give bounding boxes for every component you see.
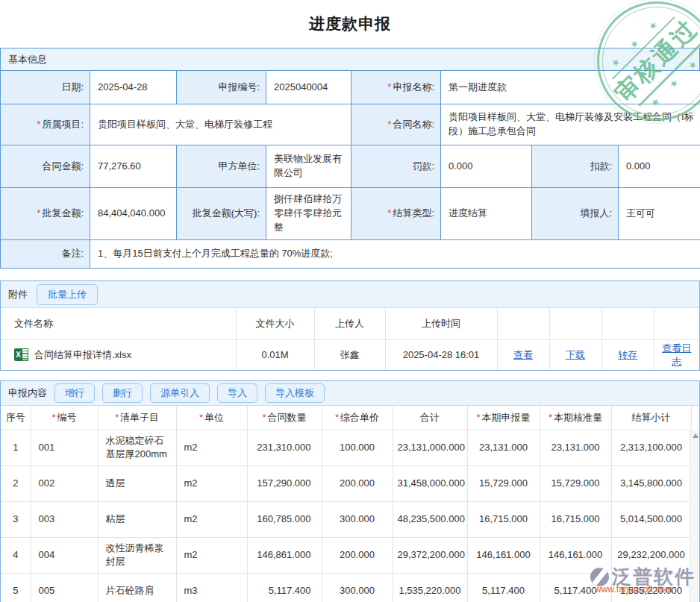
- decl-no-value: 2025040004: [266, 71, 351, 104]
- column-header-action: [549, 308, 601, 339]
- required-marker: *: [262, 412, 266, 423]
- deduction-value: 0.000: [619, 145, 700, 188]
- required-marker: *: [335, 412, 339, 423]
- project-value: 贵阳项目样板间、大堂、电梯厅装修工程: [90, 104, 351, 145]
- approved-caps-label: 批复金额(大写):: [177, 188, 266, 240]
- contract-amount-label: 合同金额:: [1, 145, 90, 188]
- column-header: *综合单价: [322, 406, 393, 430]
- cell: 5: [1, 573, 31, 602]
- table-row: 4004改性沥青稀浆封层m2146,861.000200.00029,372,2…: [1, 537, 691, 573]
- cell: 23,131,000.000: [393, 430, 467, 465]
- column-header: *单位: [176, 406, 247, 430]
- column-header: *合同数量: [247, 406, 322, 430]
- column-header-file-size: 文件大小: [236, 308, 314, 339]
- cell: 200.000: [322, 465, 393, 501]
- cell: m2: [176, 501, 247, 537]
- transfer-link[interactable]: 转存: [618, 349, 637, 360]
- file-name-cell: X 合同结算申报详情.xlsx: [1, 339, 236, 370]
- column-header-action: [654, 308, 699, 339]
- file-upload-time: 2025-04-28 16:01: [385, 339, 497, 370]
- view-link[interactable]: 查看: [513, 349, 533, 360]
- declaration-table: 序号*编号*清单子目*单位*合同数量*综合单价合计*本期申报量*本期核准量结算小…: [1, 406, 692, 602]
- declaration-section: 申报内容 增行 删行 源单引入 导入 导入模板 序号*编号*清单子目*单位*合同…: [0, 380, 700, 602]
- table-row: 1001水泥稳定碎石基层厚200mmm2231,310.000100.00023…: [1, 430, 691, 465]
- attachments-title: 附件: [8, 288, 28, 301]
- view-log-link[interactable]: 查看日志: [662, 342, 691, 367]
- cell: 001: [31, 430, 98, 465]
- party-a-label: 甲方单位:: [177, 145, 266, 188]
- declaration-body: 1001水泥稳定碎石基层厚200mmm2231,310.000100.00023…: [1, 430, 691, 602]
- column-header: 结算小计: [611, 406, 691, 430]
- scroll-up-icon[interactable]: [693, 433, 699, 438]
- attachments-section: 附件 批量上传 文件名称 文件大小 上传人 上传时间: [0, 280, 700, 371]
- approved-amount-label: *批复金额:: [1, 188, 90, 240]
- page-header: 进度款申报: [0, 0, 700, 48]
- cell: 5,117.400: [467, 573, 540, 602]
- table-row: 2002透层m2157,290.000200.00031,458,000.000…: [1, 465, 691, 501]
- required-marker: *: [549, 412, 552, 423]
- cell: 16,715.000: [540, 501, 611, 537]
- file-uploader: 张鑫: [314, 339, 385, 370]
- cell: 29,372,200.000: [393, 537, 467, 573]
- cell: 157,290.000: [247, 465, 322, 501]
- basic-info-section: 基本信息 日期: 2025-04-28 申报编号: 2025040004 *申报…: [0, 48, 700, 269]
- progress-payment-declaration-page: 进度款申报 ★ ★ ★ 审核通过 ★ ★ ★ 基本信息 日期: 2025-04-…: [0, 0, 700, 602]
- column-header-file-name: 文件名称: [1, 308, 236, 339]
- cell: 16,715.000: [467, 501, 540, 537]
- declaration-header: 申报内容 增行 删行 源单引入 导入 导入模板: [1, 381, 699, 406]
- cell: 200.000: [322, 537, 393, 573]
- cell: m2: [176, 537, 247, 573]
- required-marker: *: [37, 207, 40, 219]
- vertical-scrollbar[interactable]: [690, 430, 699, 602]
- column-header-action: [497, 308, 549, 339]
- remark-value: 1、每月15日前支付上个月完成工程总量的 70%进度款;: [90, 240, 700, 269]
- cell: 003: [31, 501, 98, 537]
- decl-no-label: 申报编号:: [177, 71, 266, 104]
- cell: 3: [1, 501, 31, 537]
- import-button[interactable]: 导入: [217, 383, 257, 403]
- add-row-button[interactable]: 增行: [54, 383, 95, 403]
- cell: 005: [31, 573, 98, 602]
- column-header: 序号: [1, 406, 31, 430]
- file-size: 0.01M: [236, 339, 314, 370]
- cell: 改性沥青稀浆封层: [98, 537, 176, 573]
- cell: 粘层: [98, 501, 176, 537]
- required-marker: *: [51, 412, 55, 423]
- cell: 48,235,500.000: [393, 501, 467, 537]
- declaration-title: 申报内容: [8, 386, 47, 400]
- cell: 2: [1, 465, 31, 501]
- cell: 31,458,000.000: [393, 465, 467, 501]
- filler-label: 填报人:: [532, 188, 619, 240]
- batch-upload-button[interactable]: 批量上传: [37, 284, 98, 305]
- cell: 146,161.000: [540, 537, 611, 573]
- cell: 5,117.400: [247, 573, 322, 602]
- file-name: 合同结算申报详情.xlsx: [34, 348, 131, 362]
- cell: 5,014,500.000: [611, 501, 691, 537]
- cell: 100.000: [322, 430, 393, 465]
- cell: 231,310.000: [247, 430, 322, 465]
- penalty-value: 0.000: [441, 145, 532, 188]
- attachment-row: X 合同结算申报详情.xlsx 0.01M 张鑫 2025-04-28 16:0…: [1, 339, 699, 370]
- required-marker: *: [387, 81, 391, 93]
- party-a-value: 美联物业发展有限公司: [266, 145, 351, 188]
- project-label: *所属项目:: [1, 104, 90, 145]
- download-link[interactable]: 下载: [566, 349, 585, 360]
- cell: 5,117.400: [540, 573, 611, 602]
- contract-name-label: *合同名称:: [351, 104, 441, 145]
- table-row: 5005片石砼路肩m35,117.400300.0001,535,220.000…: [1, 573, 691, 602]
- cell: 29,232,200.000: [611, 537, 691, 573]
- column-header: 合计: [393, 406, 467, 430]
- cell: 23,131.000: [467, 430, 540, 465]
- decl-name-label: *申报名称:: [351, 71, 441, 104]
- import-template-button[interactable]: 导入模板: [265, 383, 325, 403]
- cell: 1: [1, 430, 31, 465]
- settle-type-label: *结算类型:: [351, 188, 441, 240]
- cell: m2: [176, 465, 247, 501]
- cell: 23,131.000: [540, 430, 611, 465]
- penalty-label: 罚款:: [351, 145, 441, 188]
- date-label: 日期:: [1, 71, 90, 104]
- import-source-button[interactable]: 源单引入: [150, 383, 210, 403]
- cell: 2,313,100.000: [611, 430, 691, 465]
- delete-row-button[interactable]: 删行: [102, 383, 143, 403]
- cell: m3: [176, 573, 247, 602]
